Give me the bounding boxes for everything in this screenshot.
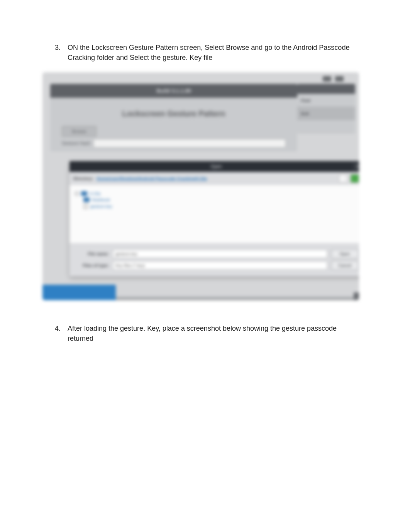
cancel-button[interactable]: Cancel xyxy=(331,261,358,270)
side-row-empty xyxy=(297,120,355,133)
filename-input[interactable]: gesture.key xyxy=(113,250,327,258)
filename-label: File name: xyxy=(74,252,109,256)
tree-folder-1[interactable]: − 4-10a xyxy=(75,191,357,196)
lockscreen-panel: Build 3.1.1.89 Lockscreen Gesture Patter… xyxy=(50,84,297,151)
side-row-exit[interactable]: Exit xyxy=(297,107,355,120)
panel-title: Lockscreen Gesture Pattern xyxy=(50,109,297,118)
screenshot-figure: Build 3.1.1.89 Lockscreen Gesture Patter… xyxy=(42,72,359,300)
step-3-text: ON the Lockscreen Gesture Pattern screen… xyxy=(68,42,364,63)
tree-item-label: Notebook xyxy=(92,197,110,202)
dialog-title-bar: Open × xyxy=(69,161,359,172)
tree-file-1[interactable]: gesture.key xyxy=(75,204,357,209)
file-icon xyxy=(83,204,88,209)
tree-folder-2[interactable]: Notebook xyxy=(75,197,357,202)
directory-path[interactable]: /home/user/Desktop/Android Passcode Crac… xyxy=(97,176,336,181)
folder-icon xyxy=(81,191,87,196)
filetype-value: Key files (*.key) xyxy=(115,263,145,268)
filetype-label: Files of type: xyxy=(74,263,109,268)
tree-item-label: 4-10a xyxy=(90,191,100,196)
side-panel-header xyxy=(297,84,355,94)
bottom-edge xyxy=(116,296,359,300)
filetype-select[interactable]: Key files (*.key) xyxy=(113,261,327,270)
window-controls xyxy=(323,76,344,82)
close-icon[interactable] xyxy=(335,76,344,82)
panel-header: Build 3.1.1.89 xyxy=(50,84,297,98)
dialog-title-text: Open xyxy=(210,164,222,169)
gesture-hash-label: Gesture Hash xyxy=(62,141,90,146)
nav-refresh-button[interactable] xyxy=(351,174,359,183)
dialog-close-button[interactable]: × xyxy=(354,163,359,170)
step-4-text: After loading the gesture. Key, place a … xyxy=(68,323,364,343)
nav-up-button[interactable] xyxy=(339,174,347,183)
step-3-number: 3. xyxy=(46,42,68,63)
minimize-icon[interactable] xyxy=(323,76,331,82)
open-button[interactable]: Open xyxy=(331,249,358,258)
directory-label: Directory: xyxy=(73,176,93,181)
filename-value: gesture.key xyxy=(115,252,137,256)
side-panel: Font Exit xyxy=(297,84,355,133)
folder-icon xyxy=(83,197,90,202)
open-file-dialog: Open × Directory: /home/user/Desktop/And… xyxy=(69,161,359,276)
step-4-number: 4. xyxy=(46,323,68,343)
dialog-footer: File name: gesture.key Open Files of typ… xyxy=(69,243,359,276)
gesture-hash-input[interactable] xyxy=(93,139,286,148)
expand-icon[interactable]: − xyxy=(75,192,79,195)
taskbar[interactable] xyxy=(42,285,116,300)
side-row-font[interactable]: Font xyxy=(297,94,355,107)
tree-item-label: gesture.key xyxy=(90,204,112,209)
browse-button[interactable]: Browse xyxy=(62,126,97,137)
step-4: 4. After loading the gesture. Key, place… xyxy=(46,323,364,343)
scrollbar-thumb[interactable] xyxy=(354,292,359,300)
step-3: 3. ON the Lockscreen Gesture Pattern scr… xyxy=(46,42,364,63)
dialog-path-row: Directory: /home/user/Desktop/Android Pa… xyxy=(69,172,359,185)
file-list-area: − 4-10a Notebook gesture.key xyxy=(69,185,359,243)
